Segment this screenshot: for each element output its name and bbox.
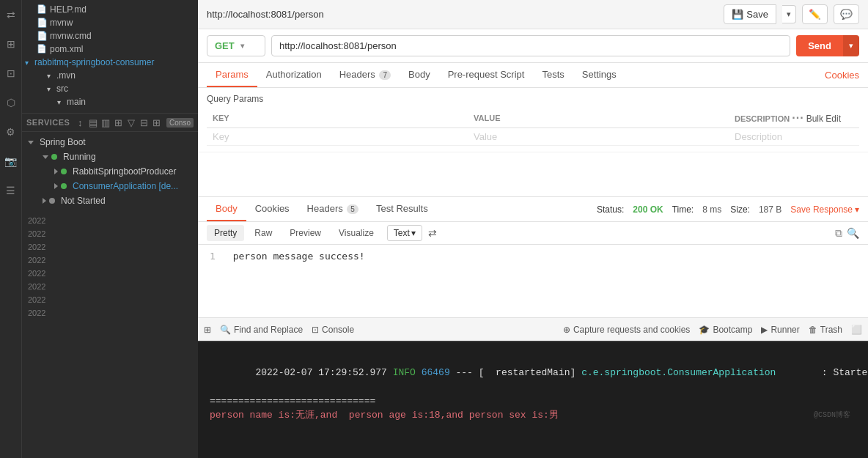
key-input[interactable] [213, 131, 462, 142]
share-icon[interactable]: ⇄ [2, 6, 20, 23]
ts-2: 2022 [22, 227, 198, 240]
format-label: Text [394, 228, 410, 238]
desc-input[interactable] [735, 131, 853, 142]
sub-tab-visualize[interactable]: Visualize [331, 225, 381, 241]
ts-8: 2022 [22, 306, 198, 320]
tab-authorization[interactable]: Authorization [257, 63, 331, 87]
url-input[interactable] [271, 35, 790, 56]
comment-button[interactable]: 💬 [834, 4, 859, 24]
import-icon[interactable]: ⊞ [2, 35, 20, 53]
query-params-section: Query Params KEY VALUE DESCRIPTION ··· B… [198, 88, 868, 152]
find-replace-button[interactable]: 🔍 Find and Replace [220, 325, 303, 335]
send-button[interactable]: Send [796, 35, 843, 56]
md-icon: 📄 [37, 4, 47, 15]
pid-text: 66469 [422, 367, 450, 378]
list-icon[interactable]: ☰ [2, 182, 20, 199]
bulk-edit-button[interactable]: Bulk Edit [806, 114, 841, 124]
services-toolbar: Services ↕ ▤ ▥ ⊞ ▽ ⊟ ⊞ Conso [22, 114, 198, 132]
table-icon: ⊞ [204, 325, 211, 335]
service-not-started[interactable]: Not Started [22, 193, 198, 208]
tab-headers[interactable]: Headers 7 [331, 63, 400, 87]
sidebar: 📄 HELP.md 📄 mvnw 📄 mvnw.cmd 📄 pom.xml ▾ … [22, 0, 198, 458]
save-label: Save [746, 9, 768, 20]
cookies-link[interactable]: Cookies [825, 70, 859, 81]
image-icon[interactable]: ⊡ [2, 64, 20, 82]
producer-name: RabbitSpringbootProducer [73, 166, 176, 177]
response-sub-tabs: Pretty Raw Preview Visualize Text ▾ ⇄ ⧉ … [198, 222, 868, 245]
format-chevron-icon: ▾ [411, 228, 416, 238]
trash-button[interactable]: 🗑 Trash [809, 325, 842, 335]
send-group: Send ▾ [796, 35, 859, 56]
file-name: mvnw.cmd [50, 31, 92, 41]
console-icon: ⊡ [312, 325, 319, 335]
expand-triangle [28, 141, 34, 144]
resp-tab-body[interactable]: Body [207, 197, 246, 221]
console-button[interactable]: ⊡ Console [312, 325, 354, 335]
network-icon[interactable]: ⬡ [2, 94, 20, 111]
expand-button[interactable]: ⬜ [851, 325, 862, 335]
tab-body[interactable]: Body [400, 63, 439, 87]
thread-text: restartedMain] [485, 367, 582, 378]
runner-button[interactable]: ▶ Runner [761, 325, 799, 335]
tab-settings[interactable]: Settings [573, 63, 625, 87]
sub-tab-pretty[interactable]: Pretty [207, 225, 244, 241]
method-select[interactable]: GET ▾ [207, 35, 265, 56]
service-running[interactable]: Running [22, 149, 198, 164]
save-response-label: Save Response [790, 204, 853, 215]
file-item-mvnw[interactable]: 📄 mvnw [22, 16, 198, 29]
file-name: HELP.md [50, 4, 87, 15]
service-producer[interactable]: RabbitSpringbootProducer [22, 164, 198, 179]
postman-panel: http://localhost:8081/person 💾 Save ▾ ✏️… [198, 0, 868, 458]
sub-tab-preview[interactable]: Preview [282, 225, 328, 241]
send-dropdown-button[interactable]: ▾ [843, 35, 859, 56]
service-group-springboot[interactable]: Spring Boot [22, 135, 198, 149]
bottom-bar-right: ⊕ Capture requests and cookies 🎓 Bootcam… [563, 325, 862, 335]
response-actions: ⧉ 🔍 [835, 227, 859, 240]
resp-tab-headers[interactable]: Headers 5 [298, 197, 367, 221]
response-body: 1 person message success! [198, 245, 868, 317]
services-icon-1[interactable]: ↕ [74, 117, 85, 128]
settings-icon[interactable]: ⚙ [2, 123, 20, 141]
file-item-pomxml[interactable]: 📄 pom.xml [22, 43, 198, 56]
services-icon-7[interactable]: ⊞ [151, 117, 162, 128]
repo-item[interactable]: ▾ rabbitmq-springboot-consumer [22, 56, 198, 69]
copy-response-button[interactable]: ⧉ [835, 227, 842, 240]
services-icon-3[interactable]: ▥ [100, 117, 111, 128]
service-consumer[interactable]: ConsumerApplication [de... [22, 179, 198, 193]
ts-4: 2022 [22, 254, 198, 267]
resp-tab-test-results[interactable]: Test Results [367, 197, 437, 221]
size-value: 187 B [759, 204, 781, 215]
search-response-button[interactable]: 🔍 [847, 227, 859, 240]
folder-mvn[interactable]: ▾ .mvn [22, 69, 198, 82]
bootcamp-button[interactable]: 🎓 Bootcamp [699, 325, 752, 335]
tab-tests[interactable]: Tests [533, 63, 573, 87]
services-icon-6[interactable]: ⊟ [138, 117, 149, 128]
services-icon-5[interactable]: ▽ [125, 117, 136, 128]
resp-tab-cookies[interactable]: Cookies [246, 197, 298, 221]
save-button[interactable]: 💾 Save [724, 4, 776, 24]
folder-main[interactable]: ▾ main [22, 95, 198, 108]
save-dropdown-button[interactable]: ▾ [782, 5, 796, 23]
camera-icon[interactable]: 📷 [2, 152, 20, 170]
status-value: 200 OK [633, 204, 663, 215]
folder-src[interactable]: ▾ src [22, 82, 198, 95]
response-area: Body Cookies Headers 5 Test Results Stat… [198, 196, 868, 317]
value-column-header: VALUE [468, 108, 729, 128]
services-icon-4[interactable]: ⊞ [113, 117, 124, 128]
save-response-button[interactable]: Save Response ▾ [790, 204, 859, 215]
sub-tab-raw[interactable]: Raw [247, 225, 279, 241]
more-options-button[interactable]: ··· [792, 111, 803, 124]
format-options-icon[interactable]: ⇄ [428, 227, 437, 239]
edit-button[interactable]: ✏️ [802, 4, 828, 24]
services-icon-2[interactable]: ▤ [87, 117, 98, 128]
value-input[interactable] [474, 131, 723, 142]
tab-params[interactable]: Params [207, 63, 257, 87]
folder-expand-icon: ▾ [47, 72, 51, 80]
format-select[interactable]: Text ▾ [387, 225, 422, 241]
table-view-button[interactable]: ⊞ [204, 325, 211, 335]
file-item-mvnwcmd[interactable]: 📄 mvnw.cmd [22, 29, 198, 43]
tab-pre-request[interactable]: Pre-request Script [439, 63, 534, 87]
capture-button[interactable]: ⊕ Capture requests and cookies [563, 325, 690, 335]
file-item-helpmd[interactable]: 📄 HELP.md [22, 3, 198, 16]
terminal-area: 2022-02-07 17:29:52.977 INFO 66469 --- [… [198, 341, 868, 458]
